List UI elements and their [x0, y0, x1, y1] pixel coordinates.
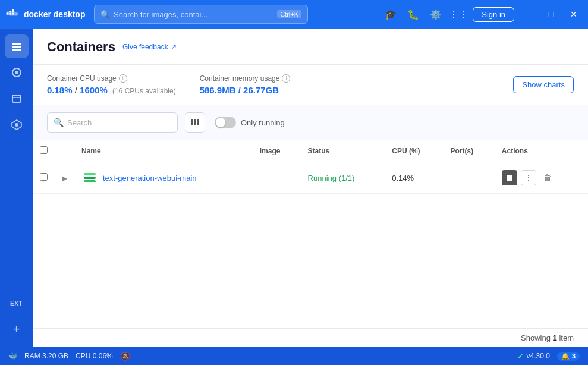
only-running-toggle-row: Only running: [215, 117, 285, 128]
only-running-label: Only running: [241, 118, 285, 127]
row-name-cell: text-generation-webui-main: [74, 162, 253, 193]
th-name: Name: [74, 140, 253, 162]
svg-rect-5: [12, 9, 14, 11]
cpu-stat-label: Container CPU usage i: [47, 74, 176, 83]
page-title: Containers: [47, 39, 115, 55]
notifications-badge[interactable]: 🔔 3: [557, 352, 580, 361]
version-label: v4.30.0: [527, 352, 550, 360]
status-badge: Running (1/1): [308, 174, 355, 182]
th-ports: Port(s): [444, 140, 495, 162]
images-icon: [11, 67, 23, 78]
close-button[interactable]: ✕: [565, 6, 582, 23]
svg-rect-19: [84, 177, 96, 179]
row-status-cell: Running (1/1): [301, 162, 385, 194]
mute-icon[interactable]: 🔕: [120, 351, 130, 361]
ram-label: RAM 3.20 GB: [24, 352, 68, 360]
row-ports-cell: [444, 162, 495, 194]
app-body: EXT + Containers Give feedback ↗ Contain…: [0, 29, 588, 347]
stop-icon: [507, 175, 512, 181]
row-cpu-cell: 0.14%: [385, 162, 443, 194]
docker-logo-icon: [6, 7, 20, 21]
select-all-checkbox[interactable]: [40, 146, 48, 154]
restore-button[interactable]: □: [543, 6, 559, 23]
search-shortcut-badge: Ctrl+K: [277, 10, 301, 18]
cpu-info-icon[interactable]: i: [119, 74, 127, 83]
svg-rect-8: [12, 49, 21, 51]
statusbar: 🐳 RAM 3.20 GB CPU 0.06% 🔕 ✓ v4.30.0 🔔 3: [0, 347, 588, 365]
main-content: Containers Give feedback ↗ Container CPU…: [33, 29, 588, 347]
table-header: Name Image Status CPU (%) Port(s) Action…: [33, 140, 588, 162]
volumes-icon: [11, 93, 23, 105]
memory-stat-label: Container memory usage i: [200, 74, 291, 83]
external-link-icon: ↗: [171, 43, 177, 51]
more-options-button[interactable]: ⋮: [521, 170, 536, 185]
columns-icon: [190, 118, 200, 127]
svg-rect-20: [84, 173, 96, 175]
svg-rect-17: [197, 119, 199, 125]
bell-icon: 🔔: [561, 353, 570, 360]
show-charts-button[interactable]: Show charts: [513, 76, 574, 93]
sidebar-item-extensions[interactable]: [5, 113, 29, 137]
search-icon: 🔍: [100, 10, 110, 19]
container-name-link[interactable]: text-generation-webui-main: [103, 174, 197, 182]
search-icon: 🔍: [54, 118, 64, 127]
app-name-text: docker desktop: [24, 10, 85, 19]
memory-stat-value: 586.9MB / 26.77GB: [200, 85, 291, 95]
toolbar: 🔍 Only running: [33, 105, 588, 140]
row-checkbox[interactable]: [40, 173, 48, 181]
actions-cell: ⋮ 🗑: [502, 170, 581, 185]
bug-icon[interactable]: 🐛: [405, 6, 422, 23]
containers-icon: [11, 40, 23, 52]
row-expand-cell: ▶: [55, 162, 74, 194]
showing-count: 1: [553, 333, 557, 342]
containers-table-container: Name Image Status CPU (%) Port(s) Action…: [33, 140, 588, 328]
devenv-icon: [11, 119, 23, 131]
cpu-label: CPU 0.06%: [76, 352, 113, 360]
cpu-stat-block: Container CPU usage i 0.18% / 1600% (16 …: [47, 74, 176, 95]
sidebar-item-ext-label[interactable]: EXT: [5, 291, 29, 315]
signin-button[interactable]: Sign in: [473, 7, 514, 22]
page-title-row: Containers Give feedback ↗: [47, 39, 574, 55]
columns-button[interactable]: [185, 112, 205, 133]
container-stack-icon: [81, 169, 98, 186]
stop-button[interactable]: [502, 170, 517, 185]
extensions-grid-icon[interactable]: ⋮⋮: [450, 6, 467, 23]
row-actions-cell: ⋮ 🗑: [495, 162, 588, 194]
container-search-box[interactable]: 🔍: [47, 112, 178, 133]
svg-rect-6: [12, 43, 21, 45]
svg-rect-15: [191, 119, 193, 125]
sidebar: EXT +: [0, 29, 33, 347]
app-logo: docker desktop: [6, 7, 89, 21]
sidebar-item-containers[interactable]: [5, 34, 29, 58]
th-checkbox: [33, 140, 55, 162]
th-actions: Actions: [495, 140, 588, 162]
svg-rect-11: [12, 95, 21, 102]
row-image-cell: [253, 162, 301, 194]
feedback-link[interactable]: Give feedback ↗: [122, 43, 177, 51]
th-image: Image: [253, 140, 301, 162]
delete-button[interactable]: 🗑: [540, 170, 555, 185]
notifications-count: 3: [572, 353, 576, 360]
svg-rect-18: [84, 180, 96, 182]
global-search-input[interactable]: [114, 10, 273, 19]
version-check-icon: ✓: [517, 351, 524, 361]
minimize-button[interactable]: –: [520, 6, 537, 23]
container-search-input[interactable]: [67, 118, 171, 127]
sidebar-item-volumes[interactable]: [5, 87, 29, 111]
svg-rect-7: [12, 46, 21, 48]
settings-icon[interactable]: ⚙️: [427, 6, 444, 23]
learn-icon[interactable]: 🎓: [382, 6, 399, 23]
page-header: Containers Give feedback ↗: [33, 29, 588, 65]
sidebar-item-images[interactable]: [5, 61, 29, 84]
row-checkbox-cell: [33, 162, 55, 194]
memory-info-icon[interactable]: i: [282, 74, 290, 83]
sidebar-add-button[interactable]: +: [5, 317, 29, 341]
svg-point-10: [15, 71, 18, 74]
toggle-knob: [216, 118, 225, 127]
global-search-box[interactable]: 🔍 Ctrl+K: [94, 5, 308, 24]
th-cpu: CPU (%): [385, 140, 443, 162]
stats-row: Container CPU usage i 0.18% / 1600% (16 …: [33, 65, 588, 105]
whale-icon: 🐳: [8, 352, 17, 360]
only-running-toggle[interactable]: [215, 117, 236, 128]
expand-chevron-icon[interactable]: ▶: [62, 174, 67, 182]
